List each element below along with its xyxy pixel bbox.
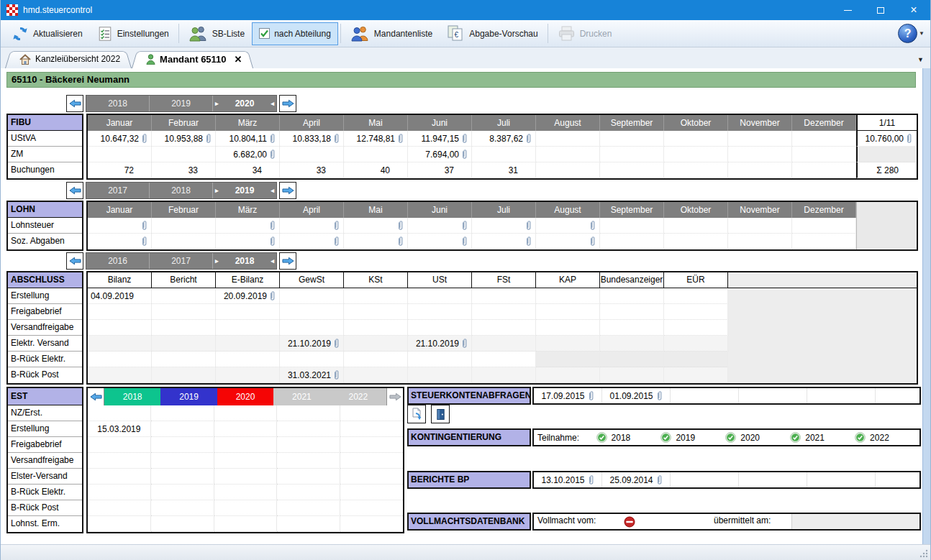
fibu-year-2018[interactable]: 2018 [86,96,150,111]
abschluss-filler-cell [728,336,917,352]
value-cell[interactable] [216,218,280,234]
value-cell[interactable] [408,218,472,234]
tabbar: Kanzleiübersicht 2022Mandant 65110✕▼ [1,47,930,68]
value-cell[interactable] [344,234,408,249]
abschluss-year-2018[interactable]: ▸2018◂ [213,253,276,269]
abschluss-next-year-button[interactable] [279,252,296,270]
value-cell[interactable]: 10.760,00 [856,131,917,147]
minimize-button[interactable] [831,0,864,20]
maximize-button[interactable] [864,0,897,20]
fibu-prev-year-button[interactable] [66,95,83,112]
tab-mandant-65110[interactable]: Mandant 65110✕ [132,50,253,68]
fibu-row-ustva: 10.647,3210.953,8810.804,1110.833,1812.7… [88,131,917,147]
abschluss-year-2017[interactable]: 2017 [150,253,213,269]
value-cell[interactable]: 33 [280,162,344,178]
aktualisieren-button[interactable]: Aktualisieren [4,22,90,45]
value-cell[interactable]: 31 [472,162,536,178]
abschluss-label-column: ABSCHLUSSErstellungFreigabebriefVersandf… [6,271,83,385]
date-cell[interactable]: 01.09.2015 [602,388,671,403]
sb-liste-button[interactable]: SB-Liste [181,22,252,45]
fibu-extra-column-header[interactable]: 1/11 [856,115,917,131]
value-cell[interactable] [536,234,600,249]
value-cell[interactable] [216,234,280,249]
door-button[interactable] [431,405,450,423]
resize-grip[interactable] [919,549,928,558]
value-cell[interactable]: 04.09.2019 [88,288,152,304]
lohn-year-2019[interactable]: ▸2019◂ [213,183,276,198]
value-cell[interactable]: 33 [152,162,216,178]
mandantenliste-button[interactable]: Mandantenliste [343,22,440,45]
value-cell[interactable]: 40 [344,162,408,178]
arrow-right-icon [282,257,294,265]
est-year-2020[interactable]: 2020 [217,388,273,405]
est-year-row: 20182019202020212022 [88,388,403,405]
est-year-2019[interactable]: 2019 [160,388,217,405]
value-cell[interactable]: 11.947,15 [408,131,472,147]
date-cell[interactable]: 13.10.2015 [534,472,602,487]
empty-cell [728,162,792,178]
value-cell[interactable]: 37 [408,162,472,178]
tab-list-dropdown-icon[interactable]: ▼ [917,56,924,63]
tab-close-button[interactable]: ✕ [235,54,242,65]
value-cell[interactable] [344,218,408,234]
lohn-year-2017[interactable]: 2017 [86,183,150,198]
abschluss-prev-year-button[interactable] [66,252,83,270]
value-cell[interactable]: 6.682,00 [216,147,280,162]
abgabe-vorschau-button[interactable]: €Abgabe-Vorschau [440,22,545,45]
fibu-year-2019[interactable]: 2019 [150,96,213,111]
date-cell[interactable]: 17.09.2015 [534,388,602,403]
person-icon [146,54,155,65]
date-cell[interactable]: 25.09.2014 [602,472,671,487]
export-document-button[interactable] [407,405,426,423]
year-label: 2020 [235,98,255,109]
empty-cell [472,320,536,336]
value-cell[interactable] [280,234,344,249]
nach-abteilung-button[interactable]: nach Abteilung [252,22,338,45]
value-cell[interactable]: 7.694,00 [408,147,472,162]
lohn-prev-year-button[interactable] [66,182,83,199]
value-cell[interactable]: 10.833,18 [280,131,344,147]
cell-text: 37 [445,165,454,175]
est-year-2022[interactable]: 2022 [330,388,386,405]
value-cell[interactable] [88,218,152,234]
fibu-year-2020[interactable]: ▸2020◂ [213,96,276,111]
tab-kanzleiuebersicht-2022[interactable]: Kanzleiübersicht 2022 [5,50,132,68]
cell-text: 17.09.2015 [541,391,584,401]
lohn-year-2018[interactable]: 2018 [150,183,213,198]
fibu-next-year-button[interactable] [279,95,296,112]
value-cell[interactable]: 20.09.2019 [216,288,280,304]
empty-cell [807,472,876,487]
abschluss-year-2016[interactable]: 2016 [86,253,150,269]
value-cell[interactable]: 72 [88,162,152,178]
einstellungen-button[interactable]: Einstellungen [90,22,176,45]
value-cell[interactable]: 21.10.2019 [280,336,344,352]
value-cell[interactable]: 12.748,81 [344,131,408,147]
est-year-2018[interactable]: 2018 [104,388,160,405]
toolbar-separator [548,24,548,43]
teilnahme-year-2018: 2018 [596,430,661,445]
help-button[interactable]: ? [898,24,917,43]
est-prev-year-button[interactable] [88,388,104,405]
value-cell[interactable] [536,218,600,234]
value-cell[interactable] [280,218,344,234]
value-cell[interactable]: 31.03.2021 [280,367,344,383]
lohn-next-year-button[interactable] [279,182,296,199]
year-text: 2020 [740,433,760,443]
value-cell[interactable] [472,234,536,249]
value-cell[interactable]: 10.647,32 [88,131,152,147]
empty-cell [88,500,151,516]
value-cell[interactable] [408,234,472,249]
help-dropdown-icon[interactable]: ▼ [919,30,925,37]
value-cell[interactable] [472,218,536,234]
value-cell[interactable]: 10.804,11 [216,131,280,147]
value-cell[interactable]: 34 [216,162,280,178]
value-cell[interactable] [88,234,152,249]
close-button[interactable]: × [897,0,930,20]
abschluss-filler-cell [728,304,917,320]
value-cell[interactable]: 10.953,88 [152,131,216,147]
value-cell[interactable]: 15.03.2019 [88,421,151,437]
est-year-2021[interactable]: 2021 [273,388,330,405]
value-cell[interactable]: 8.387,62 [472,131,536,147]
value-cell[interactable]: 21.10.2019 [408,336,472,352]
value-cell[interactable]: Σ 280 [856,162,917,178]
